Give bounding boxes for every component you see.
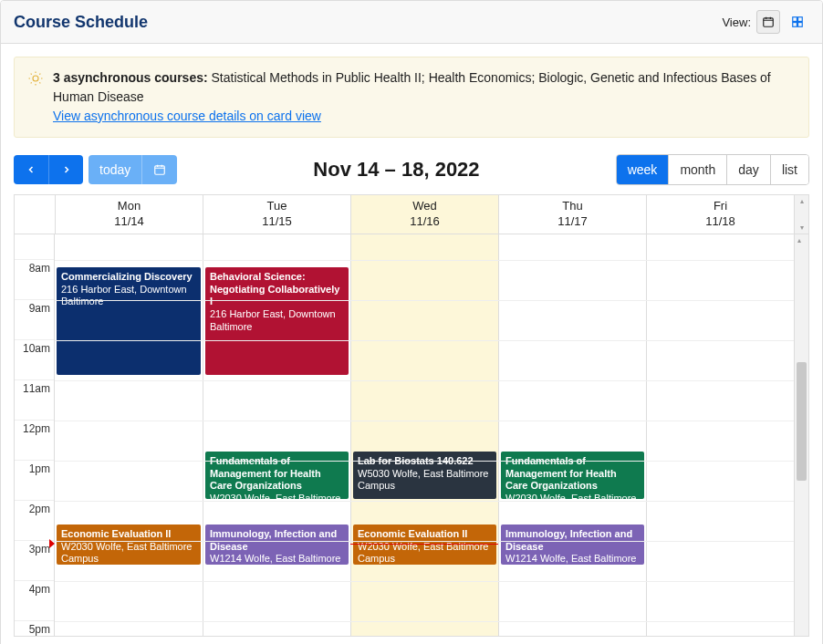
calendar-event[interactable]: Fundamentals of Management for Health Ca…: [501, 452, 644, 499]
event-location: 216 Harbor East, Downtown Baltimore: [61, 284, 196, 309]
calendar-event[interactable]: Immunology, Infection and DiseaseW1214 W…: [501, 525, 644, 565]
day-header: Thu 11/17: [498, 195, 646, 234]
chevron-left-icon: [26, 164, 36, 175]
day-header-today: Wed 11/16: [350, 195, 498, 234]
list-button[interactable]: list: [770, 155, 808, 184]
day-button[interactable]: day: [726, 155, 770, 184]
svg-rect-1: [793, 17, 797, 22]
time-label: 5pm: [15, 621, 54, 636]
notice-link[interactable]: View asynchronous course details on card…: [53, 107, 321, 126]
day-header: Mon 11/14: [55, 195, 203, 234]
day-of-week: Fri: [647, 199, 794, 214]
calendar-event[interactable]: Lab for Biostats 140.622W5030 Wolfe, Eas…: [353, 452, 496, 499]
grid-line: [55, 501, 794, 502]
day-date: 11/15: [203, 214, 350, 230]
time-label: 1pm: [15, 461, 54, 501]
time-label: 4pm: [15, 581, 54, 621]
today-button[interactable]: today: [89, 155, 141, 184]
event-title: Behavioral Science: Negotiating Collabor…: [210, 271, 344, 308]
day-of-week: Tue: [203, 199, 350, 214]
time-label: [15, 234, 54, 260]
sun-icon: [27, 70, 44, 89]
async-notice: 3 asynchronous courses: Statistical Meth…: [14, 57, 809, 138]
calendar: Mon 11/14 Tue 11/15 Wed 11/16 Thu 11/17 …: [14, 194, 809, 637]
day-header: Tue 11/15: [203, 195, 350, 234]
grid-line: [55, 340, 794, 341]
calendar-view-button[interactable]: [756, 10, 780, 34]
grid-line: [55, 300, 794, 301]
calendar-icon: [762, 16, 775, 28]
day-column-thu: Fundamentals of Management for Health Ca…: [498, 234, 646, 636]
date-range-title: Nov 14 – 18, 2022: [313, 158, 479, 182]
svg-rect-0: [764, 18, 774, 26]
now-indicator-line: [350, 544, 498, 545]
calendar-event[interactable]: Fundamentals of Management for Health Ca…: [205, 452, 349, 499]
event-location: W1214 Wolfe, East Baltimore Campus: [210, 553, 344, 565]
grid-line: [55, 421, 794, 421]
time-label: 10am: [15, 340, 54, 380]
time-label: 11am: [15, 380, 54, 421]
next-button[interactable]: [48, 155, 83, 184]
event-location: W2030 Wolfe, East Baltimore Campus: [61, 541, 196, 565]
event-title: Commercializing Discovery: [61, 271, 196, 284]
nav-group: today: [14, 155, 177, 184]
today-group: today: [89, 155, 177, 184]
event-location: W2030 Wolfe, East Baltimore Campus: [505, 493, 640, 499]
view-label: View:: [722, 16, 751, 29]
nav-arrows: [14, 155, 83, 184]
calendar-body: 8am 9am 10am 11am 12pm 1pm 2pm 3pm 4pm 5…: [15, 234, 808, 636]
time-label: 12pm: [15, 421, 54, 461]
range-switcher: week month day list: [616, 154, 809, 185]
week-button[interactable]: week: [617, 155, 669, 184]
day-column-wed: Lab for Biostats 140.622W5030 Wolfe, Eas…: [350, 234, 498, 636]
grid-line: [55, 461, 794, 462]
grid-line: [55, 581, 794, 582]
day-date: 11/16: [351, 214, 498, 230]
calendar-event[interactable]: Economic Evaluation IIW2030 Wolfe, East …: [353, 525, 496, 565]
event-location: W1214 Wolfe, East Baltimore Campus: [505, 553, 640, 565]
day-date: 11/14: [56, 214, 203, 230]
calendar-event[interactable]: Commercializing Discovery216 Harbor East…: [57, 267, 201, 375]
grid-line: [55, 260, 794, 261]
month-button[interactable]: month: [668, 155, 726, 184]
day-of-week: Mon: [56, 199, 203, 214]
panel-body: 3 asynchronous courses: Statistical Meth…: [1, 44, 822, 644]
svg-point-5: [33, 76, 38, 81]
day-header: Fri 11/18: [646, 195, 794, 234]
calendar-icon: [153, 163, 166, 176]
day-of-week: Wed: [351, 199, 498, 214]
schedule-panel: Course Schedule View: 3 asynchronous cou…: [0, 0, 823, 644]
card-view-button[interactable]: [786, 10, 809, 34]
day-date: 11/17: [499, 214, 646, 230]
datepicker-button[interactable]: [141, 155, 177, 184]
svg-rect-6: [155, 166, 165, 174]
calendar-toolbar: today Nov 14 – 18, 2022 week month day l…: [14, 154, 809, 185]
vertical-scrollbar[interactable]: [794, 234, 808, 636]
calendar-event[interactable]: Behavioral Science: Negotiating Collabor…: [205, 267, 349, 375]
scrollbar-thumb[interactable]: [797, 362, 807, 481]
svg-rect-3: [793, 23, 797, 27]
event-title: Economic Evaluation II: [358, 528, 492, 541]
view-switcher: View:: [722, 10, 809, 34]
event-location: W5030 Wolfe, East Baltimore Campus: [358, 468, 492, 493]
notice-bold: 3 asynchronous courses:: [53, 70, 212, 85]
panel-footer: Add Schedule to External Calendar: [14, 637, 809, 644]
time-label: 3pm: [15, 541, 54, 581]
day-column-tue: Behavioral Science: Negotiating Collabor…: [203, 234, 350, 636]
calendar-event[interactable]: Economic Evaluation IIW2030 Wolfe, East …: [57, 525, 201, 565]
time-label: 2pm: [15, 501, 54, 541]
calendar-event[interactable]: Immunology, Infection and DiseaseW1214 W…: [205, 525, 349, 565]
svg-rect-2: [798, 17, 803, 22]
time-gutter-header: [15, 195, 55, 234]
page-title: Course Schedule: [14, 13, 148, 32]
panel-header: Course Schedule View:: [1, 1, 822, 44]
time-gutter: 8am 9am 10am 11am 12pm 1pm 2pm 3pm 4pm 5…: [15, 234, 55, 636]
event-location: 216 Harbor East, Downtown Baltimore: [210, 308, 344, 334]
day-of-week: Thu: [499, 199, 646, 214]
chevron-right-icon: [61, 164, 72, 175]
grid-line: [55, 621, 794, 622]
day-date: 11/18: [647, 214, 794, 230]
calendar-grid[interactable]: Commercializing Discovery216 Harbor East…: [55, 234, 794, 636]
prev-button[interactable]: [14, 155, 48, 184]
time-label: 8am: [15, 260, 54, 300]
